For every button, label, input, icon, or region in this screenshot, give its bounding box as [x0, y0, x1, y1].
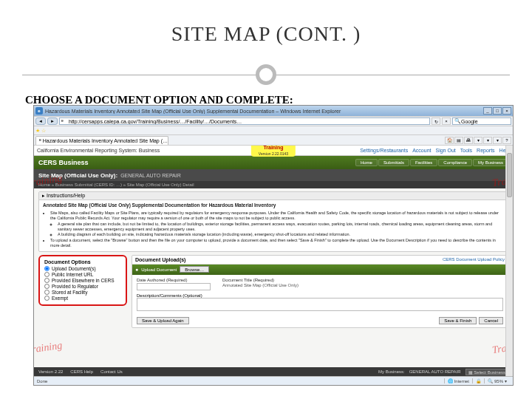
- opt-stored-facility[interactable]: [44, 290, 50, 295]
- opt-upload-documents[interactable]: [44, 266, 50, 271]
- status-zone[interactable]: 🌐 Internet: [444, 378, 472, 383]
- nav-compliance[interactable]: Compliance: [438, 159, 472, 166]
- opt-label: Stored at Facility: [52, 290, 87, 295]
- document-options-title: Document Options: [44, 259, 121, 265]
- stop-button[interactable]: ×: [442, 117, 451, 125]
- opt-label: Provided Elsewhere in CERS: [52, 278, 115, 283]
- instruction-bullet: A general site plan that can include, bu…: [58, 222, 504, 233]
- opt-public-url[interactable]: [44, 272, 50, 277]
- select-business-button[interactable]: ▦ Select Business: [466, 369, 508, 375]
- save-upload-again-button[interactable]: Save & Upload Again: [137, 317, 189, 324]
- instructions-header[interactable]: ▸ Instructions/Help: [39, 192, 508, 200]
- divider: [22, 64, 510, 86]
- opt-label: Upload Document(s): [52, 266, 96, 271]
- desc-label: Description/Comments (Optional): [137, 293, 202, 298]
- link-signout[interactable]: Sign Out: [435, 148, 455, 153]
- upload-bar: ● Upload Document Browse…: [132, 265, 508, 275]
- app-banner: California Environmental Reporting Syste…: [34, 146, 513, 156]
- banner-links: Settings/Restaurants Account Sign Out To…: [360, 148, 510, 153]
- link-account[interactable]: Account: [412, 148, 431, 153]
- opt-elsewhere-cers[interactable]: [44, 278, 50, 283]
- back-button[interactable]: ◄: [35, 117, 46, 125]
- app-logo[interactable]: CERS Business: [38, 159, 89, 166]
- status-protected: 🔒: [472, 378, 484, 383]
- browser-tab[interactable]: e Hazardous Materials Inventory Annotate…: [35, 136, 168, 145]
- instruction-bullet: A building diagram of each building on s…: [58, 232, 504, 237]
- app-footer: Version 2.22 CERS Help Contact Us My Bus…: [34, 367, 513, 376]
- status-done: Done: [37, 379, 50, 383]
- opt-label: Exempt: [52, 296, 68, 301]
- nav-facilities[interactable]: Facilities: [410, 159, 437, 166]
- browse-button[interactable]: Browse…: [180, 266, 209, 273]
- vertical-scrollbar[interactable]: [505, 146, 513, 376]
- link-reports[interactable]: Reports: [477, 148, 495, 153]
- title-value: Annotated Site Map (Official Use Only): [222, 283, 503, 287]
- tools-menu[interactable]: ▾: [493, 137, 502, 144]
- browser-window: e Hazardous Materials Inventory Annotate…: [33, 105, 514, 386]
- status-zoom[interactable]: 🔍 95% ▾: [484, 378, 510, 383]
- instruction-bullet: To upload a document, select the "Browse…: [50, 238, 504, 249]
- instructions-title: Annotated Site Map (Official Use Only) S…: [43, 202, 504, 209]
- app-title: California Environmental Reporting Syste…: [37, 148, 160, 153]
- browser-search-input[interactable]: 🔍 Google: [452, 117, 511, 125]
- help-button[interactable]: ?: [502, 137, 511, 144]
- favorites-star-icon[interactable]: ★: [35, 128, 40, 134]
- url-input[interactable]: e http://cersapps.calepa.ca.gov/Training…: [59, 117, 430, 125]
- browser-status-bar: Done 🌐 Internet 🔒 🔍 95% ▾: [34, 376, 513, 385]
- document-options-panel: Document Options Upload Document(s) Publ…: [38, 255, 127, 306]
- cancel-button[interactable]: Cancel: [479, 317, 503, 324]
- address-bar-row: ◄ ► e http://cersapps.calepa.ca.gov/Trai…: [34, 116, 513, 126]
- title-label: Document Title (Required): [222, 278, 503, 282]
- footer-contact-link[interactable]: Contact Us: [100, 369, 123, 374]
- opt-label: Provided to Regulator: [52, 284, 98, 289]
- training-watermark: Training: [34, 340, 63, 357]
- nav-home[interactable]: Home: [355, 159, 378, 166]
- home-button[interactable]: 🏠: [445, 137, 454, 144]
- footer-version: Version 2.22: [38, 369, 63, 374]
- primary-nav: CERS Business Home Submittals Facilities…: [34, 156, 513, 169]
- instructions-panel: ▸ Instructions/Help Annotated Site Map (…: [38, 191, 508, 252]
- breadcrumb: Home » Business Submittal (CERS ID: …) »…: [34, 181, 513, 188]
- opt-to-regulator[interactable]: [44, 284, 50, 289]
- window-title: Hazardous Materials Inventory Annotated …: [45, 109, 483, 114]
- link-tools[interactable]: Tools: [460, 148, 472, 153]
- upload-bar-label: Upload Document: [141, 267, 177, 272]
- window-titlebar: e Hazardous Materials Inventory Annotate…: [34, 106, 513, 116]
- safety-menu[interactable]: ▾: [483, 137, 492, 144]
- opt-label: Public Internet URL: [52, 272, 93, 277]
- feed-button[interactable]: ▤: [454, 137, 463, 144]
- upload-panel: Document Upload(s) CERS Document Upload …: [132, 255, 508, 328]
- page-menu[interactable]: ▾: [474, 137, 482, 144]
- footer-mybusiness-value: GENERAL AUTO REPAIR: [409, 369, 461, 374]
- refresh-button[interactable]: ↻: [432, 117, 440, 125]
- save-finish-button[interactable]: Save & Finish: [439, 317, 477, 324]
- url-text: http://cersapps.calepa.ca.gov/Training/B…: [69, 119, 242, 124]
- ie-icon: e: [35, 107, 43, 115]
- training-badge: Training Version 2.22.0143: [251, 146, 296, 157]
- date-input[interactable]: [137, 283, 211, 290]
- print-button[interactable]: 🖶: [464, 137, 473, 144]
- window-maximize-button[interactable]: □: [493, 107, 502, 115]
- nav-submittals[interactable]: Submittals: [378, 159, 409, 166]
- link-settings[interactable]: Settings/Restaurants: [360, 148, 408, 153]
- page-heading: Site Map (Official Use Only):: [38, 172, 117, 179]
- desc-textarea[interactable]: [137, 298, 503, 311]
- page-icon: e: [61, 118, 67, 124]
- footer-help-link[interactable]: CERS Help: [70, 369, 93, 374]
- opt-exempt[interactable]: [44, 296, 50, 301]
- search-placeholder: Google: [461, 119, 478, 124]
- tab-row: e Hazardous Materials Inventory Annotate…: [34, 135, 513, 146]
- instruction-bullet: Site Maps, also called Facility Maps or …: [50, 211, 504, 222]
- date-label: Date Authored (Required): [137, 278, 211, 282]
- slide-title: SITE MAP (CONT. ): [22, 22, 510, 46]
- search-icon: 🔍: [454, 118, 461, 124]
- upload-policy-link[interactable]: CERS Document Upload Policy: [443, 257, 505, 262]
- nav-mybusiness[interactable]: My Business: [473, 159, 508, 166]
- add-favorites-icon[interactable]: ☆: [41, 128, 46, 134]
- tab-favicon: e: [39, 137, 41, 143]
- favorites-toolbar: ★ ☆: [34, 126, 513, 135]
- window-close-button[interactable]: ×: [502, 107, 511, 115]
- window-minimize-button[interactable]: _: [483, 107, 492, 115]
- tab-title: Hazardous Materials Inventory Annotated …: [43, 138, 168, 143]
- forward-button[interactable]: ►: [47, 117, 58, 125]
